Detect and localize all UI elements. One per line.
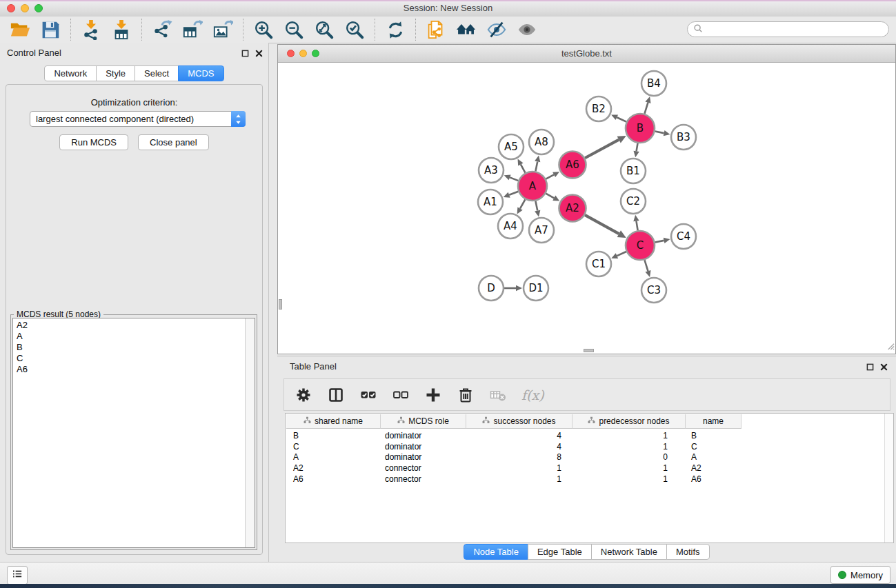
show-all-button[interactable] [516,19,538,41]
graph-edge-C-C3[interactable] [644,260,648,271]
graph-node-C1[interactable]: C1 [586,252,611,276]
import-network-button[interactable] [80,19,102,41]
network-window-titlebar[interactable]: testGlobe.txt [278,45,895,63]
table-settings-button[interactable] [295,386,312,404]
select-all-columns-button[interactable] [359,386,377,404]
graph-node-D1[interactable]: D1 [524,276,548,301]
mcds-result-item[interactable]: A2 [13,320,255,331]
graph-edge-A-A8[interactable] [535,161,537,171]
optimization-criterion-dropdown[interactable]: largest connected component (directed) [30,111,246,127]
graph-node-C4[interactable]: C4 [671,224,696,249]
delete-table-button[interactable] [489,386,507,404]
close-panel-button[interactable]: Close panel [138,134,209,150]
search-input[interactable] [706,24,883,35]
graph-node-B1[interactable]: B1 [621,159,646,183]
graph-node-B4[interactable]: B4 [641,71,666,96]
search-box[interactable] [687,21,889,37]
close-table-panel-icon[interactable] [880,361,888,374]
graph-node-A7[interactable]: A7 [529,218,554,243]
graph-edge-A-A2[interactable] [546,194,554,199]
table-scrollbar[interactable] [884,414,893,543]
graph-node-B[interactable]: B [626,114,655,143]
graph-node-A6[interactable]: A6 [559,152,586,179]
new-network-from-selection-button[interactable] [425,19,447,41]
apply-layout-button[interactable] [384,19,406,41]
save-session-button[interactable] [39,19,61,41]
graph-edge-A-A5[interactable] [521,164,526,172]
column-header-name[interactable]: name [686,414,741,429]
mcds-result-item[interactable]: A [13,331,255,342]
column-header-successor-nodes[interactable]: successor nodes [466,414,573,429]
graph-edge-A2-C[interactable] [585,215,619,234]
graph-node-B2[interactable]: B2 [586,97,611,121]
resize-grip-icon[interactable] [886,341,895,353]
graph-edge-A6-B[interactable] [585,140,619,159]
mcds-result-item[interactable]: B [13,342,255,353]
zoom-in-button[interactable] [252,19,275,41]
graph-node-A[interactable]: A [518,172,547,201]
graph-edge-B-B2[interactable] [617,117,626,121]
graph-edge-A-A4[interactable] [520,199,525,208]
graph-node-A8[interactable]: A8 [529,130,554,154]
result-list-scrollbar[interactable] [245,318,255,547]
open-session-button[interactable] [9,19,31,41]
table-row-A[interactable]: Adominator80A [286,452,884,463]
left-splitter-handle[interactable] [279,299,282,310]
graph-node-A4[interactable]: A4 [498,214,523,239]
tab-node-table[interactable]: Node Table [464,544,528,560]
bottom-splitter-handle[interactable] [584,349,594,352]
hide-selected-button[interactable] [486,19,508,41]
graph-node-C3[interactable]: C3 [641,278,666,303]
graph-edge-C-C4[interactable] [655,241,664,243]
tab-network-table[interactable]: Network Table [591,544,667,560]
tab-motifs[interactable]: Motifs [666,544,710,560]
deselect-all-columns-button[interactable] [392,386,410,404]
graph-edge-A-A3[interactable] [510,177,518,181]
graph-edge-B-B1[interactable] [637,143,638,152]
graph-edge-C-C2[interactable] [636,221,637,231]
toggle-column-panel-button[interactable] [327,386,345,404]
mcds-result-item[interactable]: C [13,353,255,364]
graph-edge-B-B4[interactable] [644,103,648,114]
graph-node-D[interactable]: D [479,276,504,301]
graph-node-C[interactable]: C [626,231,655,260]
task-history-button[interactable] [7,566,28,585]
graph-node-C2[interactable]: C2 [621,189,646,214]
graph-node-A3[interactable]: A3 [479,158,504,183]
zoom-out-button[interactable] [283,19,305,41]
function-builder-button[interactable]: f(x) [521,387,544,403]
graph-edge-A-A1[interactable] [509,192,518,195]
column-header-predecessor-nodes[interactable]: predecessor nodes [573,414,686,429]
table-row-B[interactable]: Bdominator41B [286,430,884,441]
zoom-fit-button[interactable] [313,19,335,41]
import-table-button[interactable] [110,19,132,41]
tab-style[interactable]: Style [96,65,135,81]
graph-node-B3[interactable]: B3 [671,125,696,150]
show-overview-button[interactable] [455,19,477,41]
table-row-A2[interactable]: A2connector11A2 [286,463,884,474]
column-header-mcds-role[interactable]: MCDS role [381,414,466,429]
table-row-A6[interactable]: A6connector11A6 [286,474,884,485]
mcds-result-item[interactable]: A6 [13,364,255,375]
close-panel-icon[interactable] [255,48,263,60]
run-mcds-button[interactable]: Run MCDS [59,134,128,150]
graph-node-A2[interactable]: A2 [559,195,586,222]
column-header-shared-name[interactable]: shared name [286,414,381,429]
network-canvas[interactable]: AA1A2A3A4A5A6A7A8BB1B2B3B4CC1C2C3C4DD1 [278,63,895,354]
export-network-button[interactable] [151,19,173,41]
graph-edge-A-A7[interactable] [535,201,537,211]
create-column-button[interactable] [424,386,442,404]
export-table-button[interactable] [181,19,203,41]
tab-network[interactable]: Network [44,65,97,81]
float-table-panel-icon[interactable] [866,361,874,374]
tab-edge-table[interactable]: Edge Table [528,544,592,560]
graph-edge-C-C1[interactable] [617,252,626,256]
export-image-button[interactable] [212,19,234,41]
delete-column-button[interactable] [457,386,475,404]
tab-mcds[interactable]: MCDS [178,65,223,81]
graph-node-A5[interactable]: A5 [499,134,524,159]
float-panel-icon[interactable] [241,48,249,60]
graph-edge-B-B3[interactable] [655,131,664,133]
graph-edge-A-A6[interactable] [546,174,554,179]
tab-select[interactable]: Select [135,65,179,81]
